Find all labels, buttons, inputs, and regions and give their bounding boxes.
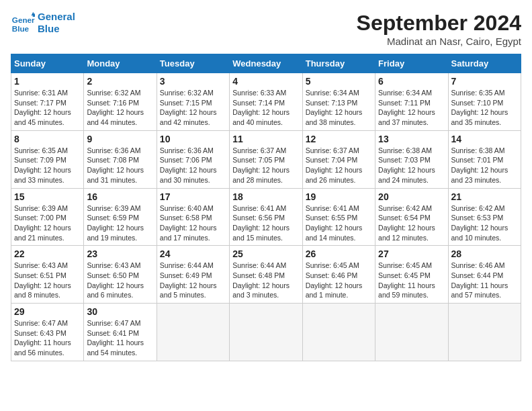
calendar-day-cell: 14 Sunrise: 6:38 AM Sunset: 7:01 PM Dayl… <box>448 130 521 188</box>
day-info: Sunrise: 6:47 AM Sunset: 6:41 PM Dayligh… <box>87 318 153 358</box>
day-number: 22 <box>14 248 81 259</box>
day-number: 12 <box>306 134 372 144</box>
calendar-day-cell: 18 Sunrise: 6:41 AM Sunset: 6:56 PM Dayl… <box>230 188 302 246</box>
logo-icon: General Blue <box>11 11 35 35</box>
day-info: Sunrise: 6:44 AM Sunset: 6:48 PM Dayligh… <box>232 261 299 300</box>
weekday-header-cell: Friday <box>375 54 448 73</box>
day-info: Sunrise: 6:37 AM Sunset: 7:04 PM Dayligh… <box>306 146 372 185</box>
location-subtitle: Madinat an Nasr, Cairo, Egypt <box>357 36 521 47</box>
calendar-day-cell <box>230 304 302 361</box>
calendar-day-cell: 9 Sunrise: 6:36 AM Sunset: 7:08 PM Dayli… <box>84 130 157 188</box>
day-number: 15 <box>14 191 81 202</box>
weekday-header-cell: Thursday <box>302 54 375 73</box>
weekday-header-cell: Monday <box>84 54 157 73</box>
day-number: 23 <box>87 248 153 259</box>
calendar-day-cell: 4 Sunrise: 6:33 AM Sunset: 7:14 PM Dayli… <box>230 73 302 131</box>
calendar-day-cell: 1 Sunrise: 6:31 AM Sunset: 7:17 PM Dayli… <box>11 73 84 131</box>
day-number: 11 <box>232 134 299 144</box>
day-info: Sunrise: 6:41 AM Sunset: 6:56 PM Dayligh… <box>232 203 299 243</box>
calendar-day-cell: 6 Sunrise: 6:34 AM Sunset: 7:11 PM Dayli… <box>375 73 448 131</box>
day-info: Sunrise: 6:39 AM Sunset: 7:00 PM Dayligh… <box>14 203 81 243</box>
day-info: Sunrise: 6:37 AM Sunset: 7:05 PM Dayligh… <box>232 146 299 185</box>
calendar-day-cell: 29 Sunrise: 6:47 AM Sunset: 6:43 PM Dayl… <box>11 304 84 361</box>
calendar: SundayMondayTuesdayWednesdayThursdayFrid… <box>11 54 521 361</box>
calendar-day-cell: 7 Sunrise: 6:35 AM Sunset: 7:10 PM Dayli… <box>448 73 521 131</box>
weekday-header-cell: Wednesday <box>230 54 302 73</box>
day-number: 19 <box>306 191 372 202</box>
calendar-day-cell: 2 Sunrise: 6:32 AM Sunset: 7:16 PM Dayli… <box>84 73 157 131</box>
calendar-body: 1 Sunrise: 6:31 AM Sunset: 7:17 PM Dayli… <box>11 73 521 361</box>
day-info: Sunrise: 6:35 AM Sunset: 7:10 PM Dayligh… <box>451 88 518 128</box>
calendar-day-cell: 12 Sunrise: 6:37 AM Sunset: 7:04 PM Dayl… <box>302 130 375 188</box>
calendar-day-cell: 21 Sunrise: 6:42 AM Sunset: 6:53 PM Dayl… <box>448 188 521 246</box>
day-info: Sunrise: 6:32 AM Sunset: 7:16 PM Dayligh… <box>87 88 153 128</box>
day-info: Sunrise: 6:43 AM Sunset: 6:50 PM Dayligh… <box>87 261 153 300</box>
day-info: Sunrise: 6:34 AM Sunset: 7:11 PM Dayligh… <box>378 88 445 128</box>
day-info: Sunrise: 6:40 AM Sunset: 6:58 PM Dayligh… <box>160 203 226 243</box>
calendar-day-cell: 23 Sunrise: 6:43 AM Sunset: 6:50 PM Dayl… <box>84 246 157 304</box>
day-number: 21 <box>451 191 518 202</box>
calendar-day-cell <box>157 304 229 361</box>
day-number: 2 <box>87 76 153 87</box>
day-info: Sunrise: 6:47 AM Sunset: 6:43 PM Dayligh… <box>14 318 81 358</box>
day-number: 8 <box>14 134 81 144</box>
day-number: 24 <box>160 248 226 259</box>
day-number: 7 <box>451 76 518 87</box>
month-title: September 2024 <box>357 11 521 36</box>
day-info: Sunrise: 6:42 AM Sunset: 6:54 PM Dayligh… <box>378 203 445 243</box>
calendar-day-cell: 13 Sunrise: 6:38 AM Sunset: 7:03 PM Dayl… <box>375 130 448 188</box>
day-number: 18 <box>232 191 299 202</box>
day-number: 20 <box>378 191 445 202</box>
header: General Blue General Blue September 2024… <box>11 11 521 47</box>
weekday-header-row: SundayMondayTuesdayWednesdayThursdayFrid… <box>11 54 521 73</box>
calendar-week-row: 1 Sunrise: 6:31 AM Sunset: 7:17 PM Dayli… <box>11 73 521 131</box>
day-info: Sunrise: 6:35 AM Sunset: 7:09 PM Dayligh… <box>14 146 81 185</box>
day-info: Sunrise: 6:41 AM Sunset: 6:55 PM Dayligh… <box>306 203 372 243</box>
day-info: Sunrise: 6:36 AM Sunset: 7:06 PM Dayligh… <box>160 146 226 185</box>
day-info: Sunrise: 6:32 AM Sunset: 7:15 PM Dayligh… <box>160 88 226 128</box>
day-info: Sunrise: 6:45 AM Sunset: 6:45 PM Dayligh… <box>378 261 445 300</box>
calendar-day-cell: 20 Sunrise: 6:42 AM Sunset: 6:54 PM Dayl… <box>375 188 448 246</box>
day-info: Sunrise: 6:36 AM Sunset: 7:08 PM Dayligh… <box>87 146 153 185</box>
day-number: 1 <box>14 76 81 87</box>
day-info: Sunrise: 6:39 AM Sunset: 6:59 PM Dayligh… <box>87 203 153 243</box>
calendar-day-cell: 5 Sunrise: 6:34 AM Sunset: 7:13 PM Dayli… <box>302 73 375 131</box>
calendar-day-cell: 22 Sunrise: 6:43 AM Sunset: 6:51 PM Dayl… <box>11 246 84 304</box>
calendar-day-cell: 27 Sunrise: 6:45 AM Sunset: 6:45 PM Dayl… <box>375 246 448 304</box>
day-number: 13 <box>378 134 445 144</box>
logo-blue: Blue <box>38 23 75 35</box>
day-number: 28 <box>451 248 518 259</box>
day-number: 25 <box>232 248 299 259</box>
day-number: 27 <box>378 248 445 259</box>
calendar-day-cell: 10 Sunrise: 6:36 AM Sunset: 7:06 PM Dayl… <box>157 130 229 188</box>
calendar-week-row: 15 Sunrise: 6:39 AM Sunset: 7:00 PM Dayl… <box>11 188 521 246</box>
calendar-week-row: 29 Sunrise: 6:47 AM Sunset: 6:43 PM Dayl… <box>11 304 521 361</box>
calendar-day-cell: 30 Sunrise: 6:47 AM Sunset: 6:41 PM Dayl… <box>84 304 157 361</box>
calendar-day-cell: 28 Sunrise: 6:46 AM Sunset: 6:44 PM Dayl… <box>448 246 521 304</box>
calendar-day-cell: 16 Sunrise: 6:39 AM Sunset: 6:59 PM Dayl… <box>84 188 157 246</box>
day-number: 4 <box>232 76 299 87</box>
day-number: 17 <box>160 191 226 202</box>
weekday-header-cell: Sunday <box>11 54 84 73</box>
day-number: 3 <box>160 76 226 87</box>
svg-text:Blue: Blue <box>12 24 30 33</box>
calendar-day-cell: 25 Sunrise: 6:44 AM Sunset: 6:48 PM Dayl… <box>230 246 302 304</box>
day-info: Sunrise: 6:33 AM Sunset: 7:14 PM Dayligh… <box>232 88 299 128</box>
day-info: Sunrise: 6:44 AM Sunset: 6:49 PM Dayligh… <box>160 261 226 300</box>
day-info: Sunrise: 6:34 AM Sunset: 7:13 PM Dayligh… <box>306 88 372 128</box>
calendar-day-cell <box>375 304 448 361</box>
calendar-day-cell <box>448 304 521 361</box>
day-number: 9 <box>87 134 153 144</box>
day-number: 6 <box>378 76 445 87</box>
day-number: 26 <box>306 248 372 259</box>
calendar-day-cell: 24 Sunrise: 6:44 AM Sunset: 6:49 PM Dayl… <box>157 246 229 304</box>
day-number: 5 <box>306 76 372 87</box>
day-number: 30 <box>87 306 153 317</box>
calendar-day-cell: 17 Sunrise: 6:40 AM Sunset: 6:58 PM Dayl… <box>157 188 229 246</box>
title-area: September 2024 Madinat an Nasr, Cairo, E… <box>357 11 521 47</box>
calendar-week-row: 8 Sunrise: 6:35 AM Sunset: 7:09 PM Dayli… <box>11 130 521 188</box>
calendar-day-cell <box>302 304 375 361</box>
day-info: Sunrise: 6:31 AM Sunset: 7:17 PM Dayligh… <box>14 88 81 128</box>
logo-general: General <box>38 11 75 23</box>
day-info: Sunrise: 6:46 AM Sunset: 6:44 PM Dayligh… <box>451 261 518 300</box>
